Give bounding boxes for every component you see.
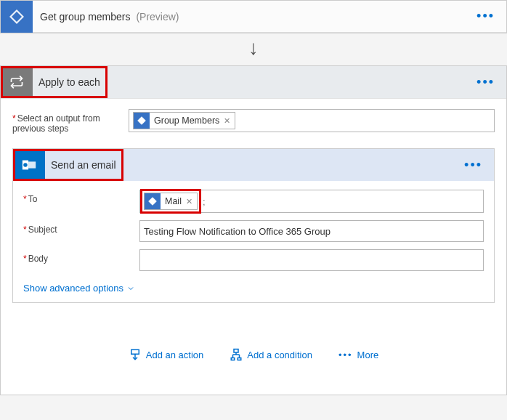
add-condition-button[interactable]: Add a condition <box>230 348 312 361</box>
subject-input[interactable]: Testing Flow Notification to Office 365 … <box>139 220 484 242</box>
group-members-token[interactable]: Group Members ✕ <box>133 112 235 129</box>
svg-rect-9 <box>234 350 238 353</box>
loop-icon <box>1 66 33 98</box>
show-advanced-options-link[interactable]: Show advanced options <box>23 283 135 294</box>
select-output-label: *Select an output from previous steps <box>12 109 129 134</box>
subject-label: *Subject <box>23 220 139 235</box>
get-group-members-step[interactable]: Get group members (Preview) ••• <box>1 1 506 33</box>
to-label: *To <box>23 190 139 204</box>
apply-to-each-step[interactable]: Apply to each ••• <box>1 66 506 98</box>
svg-marker-6 <box>148 197 157 206</box>
azure-ad-icon <box>134 113 150 129</box>
select-output-input[interactable]: Group Members ✕ <box>129 109 495 132</box>
loop-menu-button[interactable]: ••• <box>471 75 500 90</box>
body-input[interactable] <box>139 249 484 271</box>
svg-rect-14 <box>232 358 235 360</box>
azure-ad-icon <box>145 193 161 209</box>
ellipsis-icon: ••• <box>338 350 353 360</box>
outlook-icon <box>13 149 45 181</box>
send-email-step[interactable]: Send an email ••• <box>13 149 494 181</box>
step-menu-button[interactable]: ••• <box>471 9 500 24</box>
body-label: *Body <box>23 249 139 264</box>
svg-marker-2 <box>137 116 146 125</box>
add-action-icon <box>129 348 142 361</box>
chevron-down-icon <box>126 284 135 293</box>
add-action-button[interactable]: Add an action <box>129 348 204 361</box>
to-input[interactable]: Mail ✕ ; <box>139 190 484 213</box>
step-title: Get group members (Preview) <box>40 11 471 23</box>
loop-title: Apply to each <box>33 76 100 88</box>
token-remove-icon[interactable]: ✕ <box>224 116 230 126</box>
svg-rect-4 <box>28 161 36 168</box>
mail-token[interactable]: Mail ✕ <box>144 193 198 210</box>
send-email-menu-button[interactable]: ••• <box>458 158 488 173</box>
flow-arrow-icon: ↓ <box>0 33 507 65</box>
token-remove-icon[interactable]: ✕ <box>186 197 192 206</box>
svg-rect-15 <box>238 358 242 360</box>
add-condition-icon <box>230 348 243 361</box>
svg-rect-7 <box>131 350 139 354</box>
azure-ad-icon <box>1 1 33 33</box>
svg-point-5 <box>23 163 28 167</box>
send-email-title: Send an email <box>45 159 116 171</box>
more-button[interactable]: ••• More <box>338 348 378 361</box>
